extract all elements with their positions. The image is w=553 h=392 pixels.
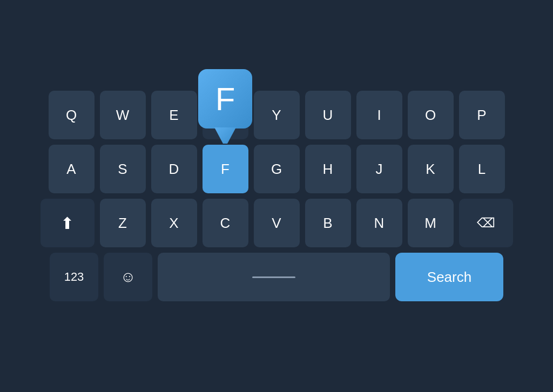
keyboard-row-3: ⬆ Z X C V B N M ⌫ bbox=[41, 199, 513, 247]
key-y[interactable]: Y bbox=[254, 91, 300, 139]
key-v[interactable]: V bbox=[254, 199, 300, 247]
key-e[interactable]: E bbox=[151, 91, 197, 139]
key-l[interactable]: L bbox=[459, 145, 505, 193]
emoji-icon: ☺ bbox=[120, 268, 136, 286]
key-backspace[interactable]: ⌫ bbox=[459, 199, 513, 247]
keyboard-container: Q W E R Y U I O P A S D F F G H J K L bbox=[0, 0, 553, 392]
key-g[interactable]: G bbox=[254, 145, 300, 193]
numbers-label: 123 bbox=[64, 270, 84, 284]
key-k[interactable]: K bbox=[408, 145, 454, 193]
keyboard-row-2: A S D F F G H J K L bbox=[49, 145, 505, 193]
key-c[interactable]: C bbox=[203, 199, 248, 247]
shift-icon: ⬆ bbox=[60, 214, 74, 233]
key-shift[interactable]: ⬆ bbox=[41, 199, 95, 247]
key-j[interactable]: J bbox=[356, 145, 402, 193]
key-numbers[interactable]: 123 bbox=[50, 253, 98, 301]
key-b[interactable]: B bbox=[305, 199, 351, 247]
key-d[interactable]: D bbox=[151, 145, 197, 193]
key-n[interactable]: N bbox=[356, 199, 402, 247]
key-s[interactable]: S bbox=[100, 145, 146, 193]
search-label: Search bbox=[427, 269, 471, 286]
key-m[interactable]: M bbox=[408, 199, 454, 247]
key-u[interactable]: U bbox=[305, 91, 351, 139]
keyboard-row-4: 123 ☺ Search bbox=[50, 253, 503, 301]
key-emoji[interactable]: ☺ bbox=[104, 253, 152, 301]
key-f[interactable]: F F bbox=[203, 145, 248, 193]
key-w[interactable]: W bbox=[100, 91, 146, 139]
key-space[interactable] bbox=[158, 253, 390, 301]
key-r[interactable]: R bbox=[203, 91, 248, 139]
keyboard-row-1: Q W E R Y U I O P bbox=[49, 91, 505, 139]
key-h[interactable]: H bbox=[305, 145, 351, 193]
key-z[interactable]: Z bbox=[100, 199, 146, 247]
key-search[interactable]: Search bbox=[395, 253, 503, 301]
key-p[interactable]: P bbox=[459, 91, 505, 139]
backspace-icon: ⌫ bbox=[477, 215, 495, 231]
key-q[interactable]: Q bbox=[49, 91, 95, 139]
key-a[interactable]: A bbox=[49, 145, 95, 193]
key-o[interactable]: O bbox=[408, 91, 454, 139]
key-i[interactable]: I bbox=[356, 91, 402, 139]
space-bar-line bbox=[252, 276, 295, 278]
key-x[interactable]: X bbox=[151, 199, 197, 247]
